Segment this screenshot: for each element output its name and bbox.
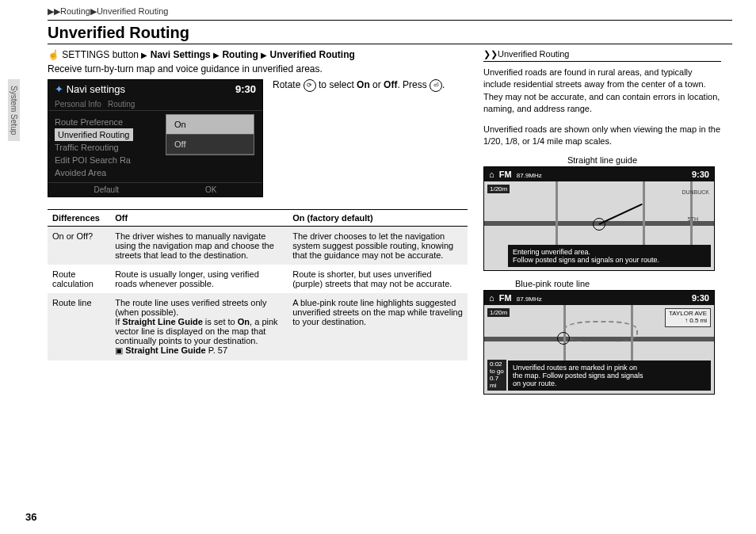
th-on: On (factory default) (288, 210, 468, 227)
breadcrumb-sub: Unverified Routing (97, 6, 169, 16)
navi-foot-default: Default (94, 185, 119, 194)
cell: Route calculation (48, 265, 110, 293)
sidebar-para2: Unverified roads are shown only when vie… (483, 124, 721, 148)
path-prefix: SETTINGS button (62, 49, 139, 60)
caption-straight-line: Straight line guide (483, 155, 721, 165)
map-clock: 9:30 (692, 293, 709, 303)
page-number: 36 (25, 511, 36, 523)
breadcrumb-section: Routing (60, 6, 90, 16)
navi-foot-ok: OK (205, 185, 216, 194)
popup-off: Off (166, 135, 254, 154)
map-overlay-text: Entering unverified area.Follow posted s… (508, 245, 711, 267)
cell: A blue-pink route line highlights sugges… (288, 293, 468, 360)
map-label: 5TH (688, 216, 698, 222)
th-diff: Differences (48, 210, 110, 227)
hand-icon: ☝ (48, 49, 59, 60)
nav-path: ☝ SETTINGS button ▶ Navi Settings ▶ Rout… (48, 49, 468, 60)
map-overlay-text: Unverified routes are marked in pink ont… (508, 360, 711, 391)
map-screen-2: ⌂ FM 87.9MHz 9:30 1/20m TAYLOR AVE↑ 0.5 … (483, 290, 715, 395)
breadcrumb: ▶▶Routing▶Unverified Routing (48, 6, 732, 21)
navi-tab-personal: Personal Info (55, 100, 101, 109)
map-cursor-icon (557, 332, 570, 345)
navi-popup: On Off (166, 114, 254, 155)
cell: The driver chooses to let the navigation… (288, 227, 468, 265)
sidebar-head: ❯❯Unverified Routing (483, 49, 721, 62)
navi-settings-screen: ✦ Navi settings 9:30 Personal Info Routi… (48, 79, 263, 197)
popup-on: On (166, 115, 254, 135)
cell: Route is shorter, but uses unverified (p… (288, 265, 468, 293)
differences-table: Differences Off On (factory default) On … (48, 209, 468, 360)
description: Receive turn-by-turn map and voice guida… (48, 63, 468, 74)
map-label: DUNBUCK (682, 189, 709, 195)
map-cursor-icon (593, 218, 605, 231)
marker-icon: ❯❯ (483, 49, 498, 59)
table-row: Route line The route line uses verified … (48, 293, 468, 360)
rotate-instruction: Rotate ⟳ to select On or Off. Press ⏎. (273, 79, 468, 92)
sidebar-para1: Unverified roads are found in rural area… (483, 67, 721, 116)
map-clock: 9:30 (692, 170, 709, 179)
book-icon: ▣ (115, 345, 123, 355)
page-title: Unverified Routing (48, 24, 732, 44)
map-screen-1: ⌂ FM 87.9MHz 9:30 1/20m DUNBUCK 5TH Ente… (483, 166, 715, 271)
navi-clock: 9:30 (235, 83, 256, 95)
caption-blue-pink: Blue-pink route line (483, 279, 721, 288)
cell: On or Off? (48, 227, 110, 265)
navi-item: Edit POI Search Ra (55, 154, 256, 166)
table-row: Route calculation Route is usually longe… (48, 265, 468, 293)
cell: Route line (48, 293, 110, 360)
cell: Route is usually longer, using verified … (110, 265, 288, 293)
path-seg1: Navi Settings (151, 49, 211, 60)
navi-tab-routing: Routing (108, 100, 135, 109)
cell: The route line uses verified streets onl… (110, 293, 288, 360)
cell: The driver wishes to manually navigate u… (110, 227, 288, 265)
navi-item: Avoided Area (55, 166, 256, 179)
path-seg2: Routing (222, 49, 258, 60)
dial-icon: ⟳ (304, 79, 316, 92)
side-tab: System Setup (8, 79, 20, 141)
path-seg3: Unverified Routing (269, 49, 354, 60)
enter-icon: ⏎ (430, 79, 442, 92)
navi-title: Navi settings (67, 83, 125, 95)
table-row: On or Off? The driver wishes to manually… (48, 227, 468, 265)
navi-item-selected: Unverified Routing (55, 128, 133, 141)
th-off: Off (110, 210, 288, 227)
